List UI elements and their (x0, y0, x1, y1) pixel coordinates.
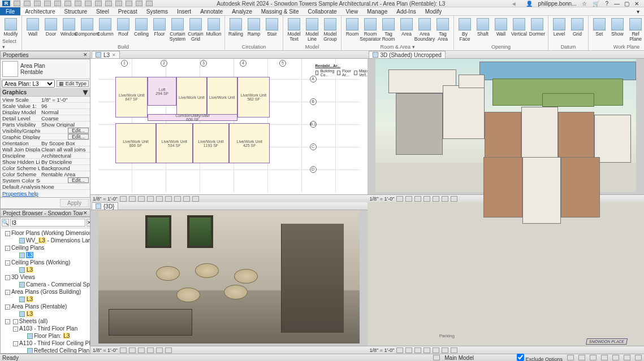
plan-tab-close-icon[interactable]: ✕ (112, 53, 116, 58)
view-tab-3d-shaded[interactable]: 3D (Shaded) Uncropped (369, 51, 446, 58)
ceiling-button[interactable]: Ceiling (133, 17, 150, 37)
prop-visibility-graphics-[interactable]: Visibility/Graphics ...Edit... (1, 128, 90, 134)
room-separator-button[interactable]: Room Separator (362, 17, 379, 41)
prop-parts-visibility[interactable]: Parts VisibilityShow Original (1, 121, 90, 128)
by-face-button[interactable]: By Face (456, 17, 473, 41)
room[interactable]: Live/Work Unit (176, 77, 207, 117)
cart-icon[interactable]: 🛒 (591, 1, 601, 7)
prop-default-analysis-di-[interactable]: Default Analysis Di...None (1, 184, 90, 190)
room[interactable]: Live/Work Unit534 SF (156, 123, 193, 163)
prop-scale-value-[interactable]: Scale Value 1:96 (1, 103, 90, 109)
status-link-icon[interactable] (612, 355, 619, 360)
sun-icon[interactable] (147, 196, 154, 202)
ref-plane-button[interactable]: Ref Plane (627, 17, 644, 41)
crop-icon[interactable] (165, 196, 172, 202)
tree-node[interactable]: - -Sheets (all) (2, 317, 89, 325)
grid-bubble[interactable]: 4 (240, 60, 247, 67)
tag-room-button[interactable]: Tag Room (380, 17, 397, 41)
tree-node[interactable]: Floor Plan: L3 (2, 332, 89, 340)
room[interactable]: Loft294 SF (148, 77, 176, 106)
grid-bubble[interactable]: 1 (121, 60, 128, 67)
wall-button[interactable]: Wall (24, 17, 41, 37)
status-drag-icon[interactable] (590, 355, 597, 360)
group-graphics[interactable]: Graphics⯆ (1, 89, 90, 97)
tree-node[interactable]: L3 (2, 251, 89, 259)
iso-render-icon[interactable] (442, 196, 448, 202)
detail-icon[interactable] (129, 196, 136, 202)
iso-crop-icon[interactable] (451, 196, 457, 202)
component-button[interactable]: Component (79, 17, 96, 37)
curtain-system-button[interactable]: Curtain System (169, 17, 186, 41)
qat-section-icon[interactable] (115, 1, 122, 6)
iso-lower-half[interactable]: Parking SNOWDON PLACE 1/8" = 1'-0" (368, 202, 645, 354)
grid-bubble[interactable]: C (310, 143, 317, 150)
tab-manage[interactable]: Manage (362, 8, 392, 15)
r-sun-icon[interactable] (147, 347, 154, 353)
railing-button[interactable]: Railing (227, 17, 244, 37)
qat-open-icon[interactable] (14, 1, 20, 6)
tree-node[interactable]: -Ceiling Plans (2, 244, 89, 251)
vertical-button[interactable]: Vertical (511, 17, 528, 37)
tree-node[interactable]: -Floor Plans (Working Dimensions) (2, 229, 89, 237)
view-tab-plan[interactable]: L3 ✕ (92, 51, 120, 58)
model-group-button[interactable]: Model Group (322, 17, 339, 41)
temp-icon[interactable] (192, 196, 199, 202)
room[interactable]: Live/Work Unit425 SF (229, 123, 270, 163)
room[interactable]: Corridor/Utility/Stair608 SF (148, 114, 237, 121)
prop-view-scale[interactable]: View Scale1/8" = 1'-0" (1, 97, 90, 103)
style-icon[interactable] (138, 196, 145, 202)
tab-precast[interactable]: Precast (114, 8, 142, 15)
plan-view-controls[interactable]: 1/8" = 1'-0" (90, 194, 368, 202)
tab-annotate[interactable]: Annotate (196, 8, 227, 15)
edit-type-button[interactable]: ▦ Edit Type (57, 80, 89, 87)
qat-undo-icon[interactable] (44, 1, 51, 6)
grid-button[interactable]: Grid (569, 17, 586, 37)
prop-edit-button[interactable]: Edit... (68, 128, 89, 133)
level-button[interactable]: Level (551, 17, 568, 37)
prop-edit-button[interactable]: Edit... (68, 177, 89, 183)
iso2-b-icon[interactable] (405, 347, 412, 353)
r-render-icon[interactable] (165, 347, 172, 353)
user-label[interactable]: philippe.bonn... (537, 1, 578, 7)
room[interactable]: Live/Work Unit (207, 77, 237, 117)
model-line-button[interactable]: Model Line (304, 17, 321, 41)
tab-view[interactable]: View (342, 8, 363, 15)
properties-close-icon[interactable]: ✕ (83, 52, 88, 58)
shaft-button[interactable]: Shaft (474, 17, 491, 37)
status-select-icon[interactable] (578, 355, 585, 360)
properties-header[interactable]: Properties✕ (0, 51, 90, 59)
stair-button[interactable]: Stair (263, 17, 280, 37)
column-button[interactable]: Column (97, 17, 114, 37)
search-clear-icon[interactable]: ✕ (87, 219, 90, 227)
door-button[interactable]: Door (42, 17, 59, 37)
set-button[interactable]: Set (591, 17, 608, 37)
status-pin-icon[interactable] (624, 355, 630, 360)
roof-button[interactable]: Roof (115, 17, 132, 37)
model-text-button[interactable]: Model Text (286, 17, 302, 41)
tab-insert[interactable]: Insert (172, 8, 196, 15)
qat-dim-icon[interactable] (85, 1, 92, 6)
tree-node[interactable]: -Ceiling Plans (Working) (2, 259, 89, 266)
ribbon-collapse-icon[interactable]: ▾ (632, 8, 644, 15)
grid-bubble[interactable]: 2 (161, 60, 167, 67)
qat-print-icon[interactable] (64, 1, 71, 6)
qat-redo-icon[interactable] (54, 1, 61, 6)
r-shadow-icon[interactable] (156, 347, 163, 353)
browser-header[interactable]: Project Browser - Snowdon Towers Sample … (0, 209, 90, 217)
prop-orientation[interactable]: OrientationBy Scope Box (1, 140, 90, 146)
tree-node[interactable]: -A103 - Third Floor Plan (2, 325, 89, 332)
view-tab-3d[interactable]: {3D} (92, 202, 118, 210)
prop-system-color-sche-[interactable]: System Color Sche...Edit... (1, 177, 90, 184)
view-3d-camera[interactable]: {3D} 1/8" = 1'-0" (90, 202, 368, 354)
status-worksets-icon[interactable] (433, 355, 440, 360)
unhide-icon[interactable] (183, 196, 190, 202)
render-canvas[interactable] (98, 210, 360, 343)
mullion-button[interactable]: Mullion (205, 17, 222, 37)
browser-search-input[interactable] (10, 219, 85, 227)
close-button[interactable]: ✕ (633, 1, 641, 7)
room[interactable]: Live/Work Unit1193 SF (193, 123, 230, 163)
app-logo[interactable]: R (2, 1, 10, 6)
iso2-a-icon[interactable] (396, 347, 403, 353)
grid-bubble[interactable]: B.1 (310, 121, 317, 128)
tab-analyze[interactable]: Analyze (227, 8, 257, 15)
